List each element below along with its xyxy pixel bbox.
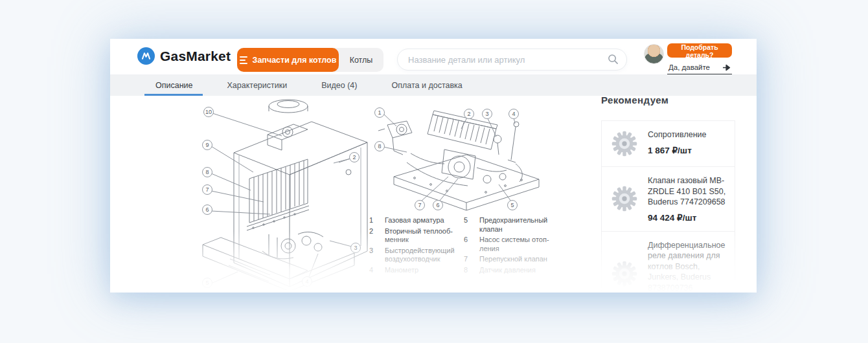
legend-number: 3 — [369, 247, 385, 264]
legend-text: Датчик давления — [479, 266, 552, 275]
legend-row: 1Газовая арматура — [369, 216, 464, 225]
legend-row: 7Перепускной клапан — [464, 255, 558, 264]
boiler-exterior-diagram — [191, 96, 385, 290]
product-info: Клапан газовый MB-ZRDLE 410 B01 S50, Bud… — [648, 175, 727, 223]
product-name: Клапан газовый MB-ZRDLE 410 B01 S50, Bud… — [648, 175, 727, 208]
diagram-legend: 1Газовая арматура2Вторичный теплооб-менн… — [369, 216, 558, 276]
search-box — [397, 49, 627, 71]
hydraulic-unit-diagram — [369, 100, 557, 217]
legend-number: 1 — [369, 216, 385, 225]
legend-row: 8Датчик давления — [464, 266, 558, 275]
legend-text: Газовая арматура — [385, 216, 457, 225]
tab-0[interactable]: Описание — [155, 81, 193, 90]
product-name: Сопротивление — [648, 129, 727, 140]
pick-part-reply-link[interactable]: Да, давайте — [667, 63, 732, 75]
diagram-callout: 5 — [202, 278, 212, 288]
legend-text: Предохранительный клапан — [479, 216, 552, 234]
legend-row: 5Предохранительный клапан — [464, 216, 558, 234]
logo[interactable]: GasMarket — [137, 47, 231, 65]
diagram-callout: 5 — [507, 200, 518, 210]
recommendations-panel: Рекомендуем Сопротивление 1 867 ₽/шт — [601, 94, 735, 293]
diagram-callout: 8 — [374, 141, 385, 151]
parts-catalog-label: Запчасти для котлов — [253, 56, 337, 65]
diagram-callout: 4 — [302, 276, 312, 287]
boilers-button[interactable]: Котлы — [339, 48, 383, 72]
legend-number: 4 — [369, 266, 385, 275]
parts-catalog-button[interactable]: Запчасти для котлов — [237, 48, 339, 72]
diagram-callout: 7 — [202, 184, 212, 195]
legend-number: 6 — [464, 236, 479, 253]
product-page-card: GasMarket Запчасти для котлов Котлы Подо… — [110, 39, 757, 293]
diagram-callout: 2 — [464, 109, 474, 119]
user-avatar[interactable] — [644, 44, 664, 64]
diagram-callout: 3 — [350, 243, 361, 253]
diagram-callout: 6 — [433, 200, 443, 210]
legend-number: 7 — [464, 255, 479, 264]
part-picker-widget: Подобрать деталь? Да, давайте — [667, 43, 732, 75]
diagram-callout: 7 — [415, 200, 425, 210]
diagram-callout: 10 — [203, 107, 214, 117]
logo-flame-icon — [137, 47, 155, 65]
legend-text: Манометр — [385, 266, 457, 275]
gear-product-image — [610, 129, 639, 158]
site-header: GasMarket Запчасти для котлов Котлы Подо… — [110, 39, 757, 74]
tab-2[interactable]: Видео (4) — [321, 81, 357, 90]
legend-column-2: 5Предохранительный клапан6Насос системы … — [464, 216, 558, 276]
product-price: 94 424 ₽/шт — [648, 212, 727, 223]
product-info: Сопротивление 1 867 ₽/шт — [648, 129, 727, 158]
pick-part-reply-label: Да, давайте — [668, 63, 710, 71]
tab-3[interactable]: Оплата и доставка — [391, 81, 462, 90]
product-name: Дифференциальное реле давления для котло… — [648, 240, 727, 293]
legend-number: 8 — [464, 266, 479, 275]
tab-1[interactable]: Характеристики — [227, 81, 288, 90]
diagram-callout: 3 — [482, 109, 492, 119]
legend-text: Перепускной клапан — [479, 255, 552, 264]
pick-part-button[interactable]: Подобрать деталь? — [667, 43, 732, 58]
product-card[interactable]: Сопротивление 1 867 ₽/шт — [601, 120, 735, 167]
diagram-callout: 8 — [202, 167, 212, 177]
logo-text: GasMarket — [160, 49, 231, 64]
legend-row: 6Насос системы отоп-ления — [464, 236, 558, 253]
legend-column-1: 1Газовая арматура2Вторичный теплооб-менн… — [369, 216, 464, 276]
send-arrow-icon — [722, 64, 731, 71]
hamburger-menu-icon — [240, 56, 247, 64]
gear-product-image — [610, 175, 639, 223]
search-input[interactable] — [397, 49, 627, 71]
diagram-callout: 6 — [202, 205, 212, 215]
catalog-button-group: Запчасти для котлов Котлы — [237, 48, 383, 72]
product-card[interactable]: Дифференциальное реле давления для котло… — [601, 231, 735, 293]
product-info: Дифференциальное реле давления для котло… — [648, 240, 727, 293]
diagram-callout: 1 — [374, 107, 385, 118]
tab-bar: ОписаниеХарактеристикиВидео (4)Оплата и … — [110, 74, 757, 96]
legend-row: 4Манометр — [369, 266, 464, 275]
legend-text: Быстродействующий воздухоотводчик — [385, 247, 457, 264]
legend-row: 3Быстродействующий воздухоотводчик — [369, 247, 464, 264]
legend-number: 2 — [369, 227, 385, 245]
diagram-callout: 2 — [349, 152, 360, 162]
diagram-callout: 4 — [508, 109, 519, 119]
gear-product-image — [610, 240, 639, 293]
legend-number: 5 — [464, 216, 479, 234]
legend-text: Насос системы отоп-ления — [479, 236, 552, 253]
legend-text: Вторичный теплооб-менник — [385, 227, 457, 245]
product-price: 1 867 ₽/шт — [648, 145, 727, 155]
search-icon[interactable] — [608, 54, 619, 67]
diagram-callout: 9 — [202, 140, 212, 150]
recommendations-list: Сопротивление 1 867 ₽/шт Клапан газовый … — [601, 120, 735, 293]
product-card[interactable]: Клапан газовый MB-ZRDLE 410 B01 S50, Bud… — [601, 166, 735, 232]
recommendations-title: Рекомендуем — [601, 94, 735, 105]
legend-row: 2Вторичный теплооб-менник — [369, 227, 464, 245]
